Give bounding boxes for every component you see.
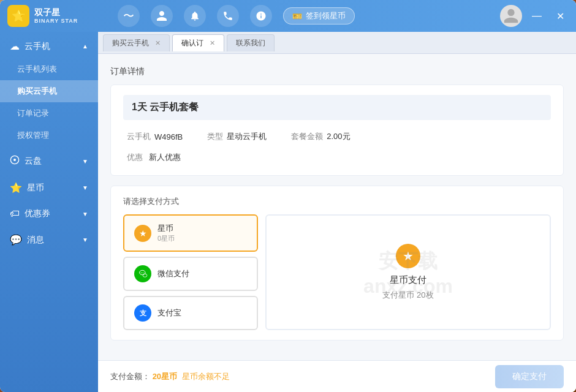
sidebar-item-orders[interactable]: 订单记录: [0, 102, 98, 124]
phone-label: 云手机: [127, 131, 151, 142]
tab-buy-phone-label: 购买云手机: [112, 38, 149, 48]
title-bar-right: — ✕: [500, 5, 569, 27]
confirm-pay-button[interactable]: 确定支付: [495, 365, 564, 388]
tab-contact-label: 联系我们: [236, 38, 265, 48]
footer-amount-label: 支付金额：: [110, 372, 150, 381]
star-sidebar-icon: ⭐: [10, 182, 22, 194]
sidebar-cloud-disk-label: 云盘: [25, 156, 77, 167]
payment-detail-content: ★ 星币支付 支付星币 20枚: [382, 244, 433, 301]
sidebar-star-coin-label: 星币: [27, 183, 77, 194]
sidebar-group-cloud-disk: 云盘 ▼: [0, 149, 98, 173]
close-button[interactable]: ✕: [551, 7, 569, 24]
order-section-title: 订单详情: [110, 66, 564, 77]
content-area: 购买云手机 ✕ 确认订 ✕ 联系我们 订单详情 1天 云手机套餐: [98, 32, 576, 392]
sidebar-group-messages: 💬 消息 ▼: [0, 228, 98, 252]
info-nav-icon[interactable]: [250, 5, 272, 27]
price-label: 套餐金额: [291, 131, 323, 142]
order-package-title: 1天 云手机套餐: [123, 95, 551, 120]
payment-methods-list: ★ 星币 0星币: [123, 214, 258, 330]
sidebar-buy-phone-label: 购买云手机: [17, 86, 57, 97]
wechat-icon: [134, 265, 151, 282]
main-layout: ☁ 云手机 ▲ 云手机列表 购买云手机 订单记录 授权管理: [0, 32, 576, 392]
payment-alipay-btn[interactable]: 支 支付宝: [123, 296, 258, 330]
order-details: 云手机 W496fB 类型 星动云手机 套餐金额 2.00元: [123, 129, 551, 149]
message-icon: 💬: [10, 234, 22, 246]
sidebar-item-phone-list[interactable]: 云手机列表: [0, 58, 98, 80]
sidebar-item-auth[interactable]: 授权管理: [0, 124, 98, 146]
avatar[interactable]: [500, 5, 522, 27]
arrow-down-2-icon: ▼: [82, 184, 88, 191]
sidebar-phone-list-label: 云手机列表: [17, 64, 57, 75]
order-card: 1天 云手机套餐 云手机 W496fB 类型 星动云手机 套餐金额 2.00元: [110, 85, 564, 176]
tab-buy-phone-close[interactable]: ✕: [155, 39, 161, 47]
order-phone: 云手机 W496fB: [127, 131, 183, 142]
sidebar-header-cloud-disk[interactable]: 云盘 ▼: [0, 149, 98, 173]
minimize-button[interactable]: —: [528, 7, 545, 24]
arrow-down-4-icon: ▼: [82, 236, 88, 243]
star-coin-text: 星币 0星币: [157, 223, 175, 243]
cloud-icon: ☁: [10, 40, 20, 52]
alipay-text: 支付宝: [157, 307, 181, 318]
logo-text: 双子星 BINARY STAR: [34, 7, 78, 24]
star-coin-balance: 0星币: [157, 234, 175, 243]
payment-detail-panel: 安下载 anxz.com ★ 星币支付 支付星币 20枚: [265, 214, 551, 330]
sidebar-group-star-coin: ⭐ 星币 ▼: [0, 176, 98, 200]
sidebar-group-coupons: 🏷 优惠券 ▼: [0, 202, 98, 225]
sidebar-item-buy-phone[interactable]: 购买云手机: [0, 80, 98, 102]
footer-bar: 支付金额： 20星币 星币余额不足 确定支付: [98, 360, 576, 392]
home-nav-icon[interactable]: 〜: [118, 5, 140, 27]
phone-nav-icon[interactable]: [217, 5, 239, 27]
tab-confirm-close[interactable]: ✕: [210, 39, 215, 47]
users-nav-icon[interactable]: [151, 5, 173, 27]
payment-star-coin-btn[interactable]: ★ 星币 0星币: [123, 214, 258, 252]
star-coin-icon: ★: [134, 225, 151, 242]
sign-in-label: 签到领星币: [306, 10, 346, 21]
page-content: 订单详情 1天 云手机套餐 云手机 W496fB 类型 星动云手机: [98, 54, 576, 360]
payment-methods: ★ 星币 0星币: [123, 214, 551, 330]
sidebar-header-cloud-phone[interactable]: ☁ 云手机 ▲: [0, 34, 98, 58]
alipay-name: 支付宝: [157, 307, 181, 318]
discount-value: 新人优惠: [149, 153, 181, 162]
payment-wechat-btn[interactable]: 微信支付: [123, 257, 258, 291]
payment-section-title: 请选择支付方式: [123, 196, 551, 207]
price-value: 2.00元: [327, 131, 350, 142]
bell-nav-icon[interactable]: [184, 5, 206, 27]
sign-in-button[interactable]: 🎫 签到领星币: [283, 7, 355, 24]
coin-icon: 🎫: [292, 12, 302, 21]
tab-confirm[interactable]: 确认订 ✕: [172, 34, 224, 51]
discount-label: 优惠: [127, 153, 143, 162]
arrow-up-icon: ▲: [82, 43, 88, 50]
svg-point-1: [13, 159, 16, 161]
sidebar-cloud-phone-label: 云手机: [25, 41, 77, 52]
footer-amount-value: 20星币: [153, 372, 177, 381]
tab-confirm-label: 确认订: [181, 38, 203, 48]
star-coin-name: 星币: [157, 223, 175, 234]
sidebar-header-messages[interactable]: 💬 消息 ▼: [0, 228, 98, 252]
order-price: 套餐金额 2.00元: [291, 131, 350, 142]
tab-contact[interactable]: 联系我们: [227, 34, 275, 51]
phone-value: W496fB: [154, 132, 183, 141]
payment-section: 请选择支付方式 ★ 星币 0星币: [110, 186, 564, 341]
sidebar-orders-label: 订单记录: [17, 108, 49, 119]
sidebar-header-coupons[interactable]: 🏷 优惠券 ▼: [0, 202, 98, 225]
sidebar-group-cloud-phone: ☁ 云手机 ▲ 云手机列表 购买云手机 订单记录 授权管理: [0, 34, 98, 146]
logo-icon: ⭐: [7, 5, 29, 27]
sidebar-header-star-coin[interactable]: ⭐ 星币 ▼: [0, 176, 98, 200]
tab-bar: 购买云手机 ✕ 确认订 ✕ 联系我们: [98, 32, 576, 54]
disk-icon: [10, 155, 20, 167]
title-bar-nav: 〜 🎫 签到领星币: [105, 5, 500, 27]
arrow-down-icon: ▼: [82, 158, 88, 165]
wechat-text: 微信支付: [157, 268, 189, 279]
sidebar-coupons-label: 优惠券: [25, 208, 77, 219]
wechat-name: 微信支付: [157, 268, 189, 279]
sidebar-messages-label: 消息: [27, 235, 77, 246]
footer-warning: 星币余额不足: [182, 371, 230, 382]
payment-detail-label: 星币支付: [382, 274, 433, 286]
sidebar-auth-label: 授权管理: [17, 130, 49, 141]
tab-buy-phone[interactable]: 购买云手机 ✕: [103, 34, 170, 51]
payment-detail-sub: 支付星币 20枚: [382, 290, 433, 301]
order-type: 类型 星动云手机: [207, 131, 267, 142]
payment-detail-star-icon: ★: [396, 244, 420, 268]
svg-point-3: [143, 274, 147, 277]
footer-amount: 支付金额： 20星币: [110, 371, 177, 382]
